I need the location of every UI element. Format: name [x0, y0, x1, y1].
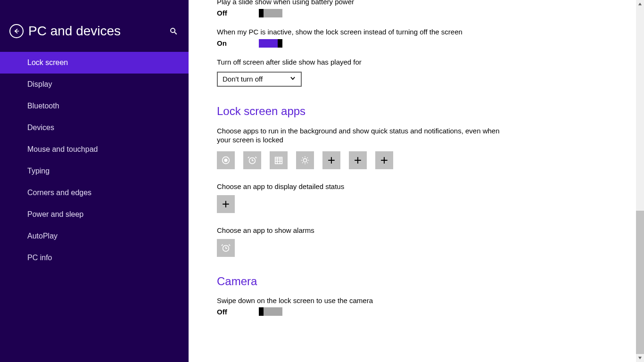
app-tile-alarm[interactable]	[243, 151, 261, 169]
section-title-camera: Camera	[217, 275, 616, 288]
plus-icon: +	[354, 154, 362, 167]
plus-icon: +	[328, 154, 335, 167]
sidebar-item-label: Typing	[27, 167, 50, 175]
alarm-tiles	[217, 239, 616, 257]
arrow-left-icon	[13, 27, 20, 35]
app-tile-add-3[interactable]: +	[375, 151, 393, 169]
svg-point-0	[171, 28, 175, 33]
toggle-inactive-lock[interactable]	[259, 39, 282, 48]
sun-icon	[300, 155, 310, 165]
shield-icon	[221, 155, 231, 165]
detailed-status-label: Choose an app to display detailed status	[217, 182, 616, 190]
setting-label-camera-swipe: Swipe down on the lock screen to use the…	[217, 296, 616, 304]
toggle-knob	[278, 39, 282, 48]
toggle-slideshow-battery[interactable]	[259, 9, 282, 17]
toggle-state: Off	[217, 308, 257, 316]
plus-icon: +	[222, 197, 230, 211]
chevron-down-icon	[638, 356, 642, 360]
quick-status-tiles: + + +	[217, 151, 616, 169]
scroll-thumb[interactable]	[636, 211, 644, 354]
sidebar-item-bluetooth[interactable]: Bluetooth	[0, 95, 189, 117]
svg-rect-4	[275, 157, 282, 164]
sidebar-item-typing[interactable]: Typing	[0, 160, 189, 182]
alarm-icon	[221, 243, 231, 253]
sidebar-item-label: Power and sleep	[27, 210, 83, 218]
sidebar-item-lock-screen[interactable]: Lock screen	[0, 52, 189, 74]
svg-point-5	[303, 158, 306, 162]
sidebar-item-display[interactable]: Display	[0, 74, 189, 95]
sidebar-item-label: Bluetooth	[27, 102, 59, 110]
scroll-down-button[interactable]	[636, 354, 644, 362]
app-tile-add-2[interactable]: +	[349, 151, 367, 169]
sidebar-item-label: PC info	[27, 254, 52, 262]
section-title-lock-apps: Lock screen apps	[217, 105, 616, 118]
section-desc-lock-apps: Choose apps to run in the background and…	[217, 126, 504, 145]
sidebar-item-pc-info[interactable]: PC info	[0, 247, 189, 269]
sidebar-item-devices[interactable]: Devices	[0, 117, 189, 139]
toggle-knob	[259, 307, 264, 316]
chevron-down-icon	[289, 75, 296, 83]
sidebar-item-label: Lock screen	[27, 58, 68, 66]
setting-label-turnoff-after: Turn off screen after slide show has pla…	[217, 58, 616, 66]
app-tile-add-1[interactable]: +	[322, 151, 340, 169]
app-tile-weather[interactable]	[296, 151, 314, 169]
page-title: PC and devices	[28, 24, 168, 39]
setting-label-slideshow-battery: Play a slide show when using battery pow…	[217, 0, 616, 6]
scroll-up-button[interactable]	[636, 0, 644, 8]
search-icon	[169, 27, 178, 35]
toggle-state: Off	[217, 9, 257, 17]
detailed-status-tiles: +	[217, 195, 616, 213]
vertical-scrollbar[interactable]	[636, 0, 644, 362]
sidebar-item-label: AutoPlay	[27, 232, 58, 240]
sidebar-header: PC and devices	[0, 0, 189, 52]
alarm-app-tile[interactable]	[217, 239, 235, 257]
sidebar-item-mouse-touchpad[interactable]: Mouse and touchpad	[0, 139, 189, 160]
sidebar-item-corners-edges[interactable]: Corners and edges	[0, 182, 189, 204]
sidebar-item-label: Mouse and touchpad	[27, 145, 98, 153]
app-tile-security[interactable]	[217, 151, 235, 169]
alarm-icon	[247, 155, 257, 165]
sidebar-item-power-sleep[interactable]: Power and sleep	[0, 204, 189, 225]
search-button[interactable]	[168, 25, 179, 37]
dropdown-turnoff-after[interactable]: Don't turn off	[217, 72, 302, 87]
sidebar: PC and devices Lock screen Display Bluet…	[0, 0, 189, 362]
toggle-state: On	[217, 39, 257, 47]
alarms-label: Choose an app to show alarms	[217, 226, 616, 234]
calendar-icon	[273, 155, 284, 165]
setting-label-inactive-lock: When my PC is inactive, show the lock sc…	[217, 28, 616, 36]
sidebar-item-label: Devices	[27, 123, 54, 132]
sidebar-item-label: Display	[27, 80, 52, 88]
detailed-status-add[interactable]: +	[217, 195, 235, 213]
chevron-up-icon	[638, 2, 642, 6]
plus-icon: +	[380, 154, 388, 167]
sidebar-item-autoplay[interactable]: AutoPlay	[0, 225, 189, 247]
svg-point-2	[224, 159, 227, 162]
toggle-knob	[259, 9, 264, 17]
toggle-camera-swipe[interactable]	[259, 307, 282, 316]
sidebar-item-label: Corners and edges	[27, 189, 91, 197]
main-content: Play a slide show when using battery pow…	[189, 0, 644, 362]
sidebar-items: Lock screen Display Bluetooth Devices Mo…	[0, 52, 189, 269]
dropdown-value: Don't turn off	[223, 75, 263, 83]
back-button[interactable]	[9, 24, 24, 38]
app-tile-calendar[interactable]	[270, 151, 288, 169]
